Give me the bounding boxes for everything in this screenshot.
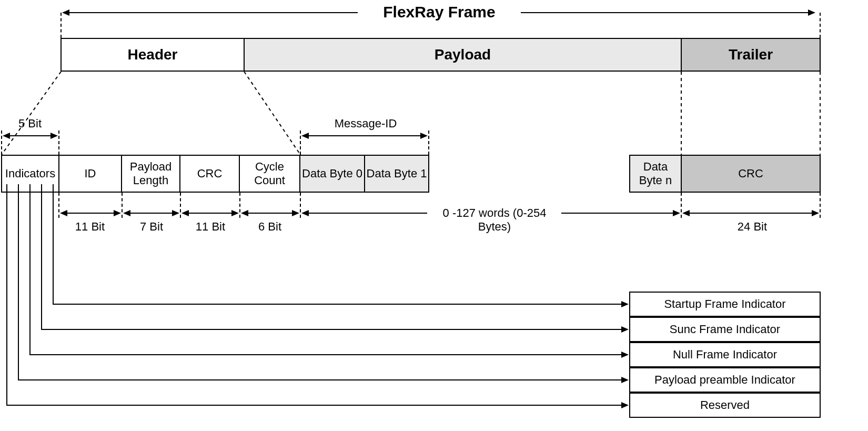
dash-vertical xyxy=(820,193,821,218)
hline xyxy=(9,135,52,136)
field-crc: CRC xyxy=(179,155,240,193)
tick xyxy=(53,184,54,193)
label: CRC xyxy=(738,167,763,181)
callout-v xyxy=(6,193,7,405)
label: Data Byte 0 xyxy=(302,167,362,181)
callout-v xyxy=(53,193,54,304)
indicator-box-preamble: Payload preamble Indicator xyxy=(629,367,821,393)
field-data-byte-n: Data Byte n xyxy=(629,155,682,193)
label: Payload preamble Indicator xyxy=(654,373,795,387)
arrow-right xyxy=(621,402,629,408)
arrow-left xyxy=(60,210,67,216)
arrow-right xyxy=(673,210,680,216)
arrow-left xyxy=(682,210,690,216)
label: Data Byte n xyxy=(630,160,681,187)
field-payload-length: Payload Length xyxy=(121,155,180,193)
indicator-box-startup: Startup Frame Indicator xyxy=(629,292,821,317)
hline xyxy=(521,12,808,13)
callout-v xyxy=(29,193,31,355)
tick xyxy=(41,184,42,193)
dash-vertical xyxy=(239,193,240,218)
tick xyxy=(29,184,31,193)
indicator-box-sync: Sunc Frame Indicator xyxy=(629,317,821,342)
frame-header: Header xyxy=(60,38,245,72)
field-data-byte-1: Data Byte 1 xyxy=(364,155,429,193)
arrow-left xyxy=(301,210,309,216)
dash-vertical xyxy=(300,193,301,218)
arrow-right xyxy=(114,210,121,216)
diagram-root: FlexRay Frame Header Payload Trailer 5 B… xyxy=(0,0,868,431)
arrow-right xyxy=(621,326,629,333)
title: FlexRay Frame xyxy=(371,3,508,21)
indicator-box-reserved: Reserved xyxy=(629,393,821,418)
hline xyxy=(248,213,292,214)
dim-crc: 11 Bit xyxy=(187,220,234,234)
label: Header xyxy=(128,46,178,63)
callout-h xyxy=(41,329,622,330)
arrow-right xyxy=(621,352,629,358)
arrow-left xyxy=(241,210,248,216)
arrow-right xyxy=(51,133,58,139)
dim-cycle: 6 Bit xyxy=(246,220,294,234)
arrow-right xyxy=(621,301,629,307)
label: Cycle Count xyxy=(240,160,299,187)
dim-id: 11 Bit xyxy=(66,220,114,234)
frame-payload: Payload xyxy=(244,38,682,72)
dim-payload-words: 0 -127 words (0-254 Bytes) xyxy=(429,206,560,234)
arrow-right xyxy=(812,210,819,216)
hline xyxy=(189,213,232,214)
dash-vertical xyxy=(428,131,429,155)
label: Data Byte 1 xyxy=(367,167,427,181)
arrow-right xyxy=(172,210,179,216)
dash-vertical xyxy=(60,13,62,38)
dim-pl: 7 Bit xyxy=(128,220,175,234)
field-trailer-crc: CRC xyxy=(681,155,821,193)
label: Null Frame Indicator xyxy=(673,348,777,362)
callout-h xyxy=(6,405,622,406)
label: CRC xyxy=(197,167,223,181)
indicator-box-null: Null Frame Indicator xyxy=(629,342,821,367)
tick xyxy=(18,184,19,193)
tick xyxy=(6,184,7,193)
arrow-right xyxy=(621,377,629,383)
arrow-left xyxy=(181,210,189,216)
label: Indicators xyxy=(5,167,55,181)
callout-h xyxy=(18,379,622,380)
dash-vertical xyxy=(180,193,181,218)
field-id: ID xyxy=(58,155,122,193)
dim-5bit: 5 Bit xyxy=(8,117,52,131)
arrow-right xyxy=(420,133,428,139)
label: ID xyxy=(85,167,96,181)
hline xyxy=(69,12,358,13)
label: Trailer xyxy=(729,46,773,63)
svg-line-1 xyxy=(244,72,300,155)
arrow-right xyxy=(231,210,239,216)
hline xyxy=(309,213,427,214)
dash-vertical xyxy=(1,131,2,155)
field-data-byte-0: Data Byte 0 xyxy=(299,155,365,193)
dim-trailer: 24 Bit xyxy=(726,220,779,234)
dash-vertical xyxy=(300,131,301,155)
dash-vertical xyxy=(58,131,59,155)
hline xyxy=(130,213,173,214)
arrow-left xyxy=(62,9,69,16)
callout-h xyxy=(29,354,622,355)
callout-h xyxy=(53,304,622,305)
arrow-left xyxy=(123,210,130,216)
frame-trailer: Trailer xyxy=(681,38,821,72)
dash-vertical xyxy=(58,193,59,218)
label: Startup Frame Indicator xyxy=(664,297,785,311)
dash-vertical xyxy=(820,13,821,38)
arrow-right xyxy=(808,9,815,16)
arrow-right xyxy=(292,210,299,216)
label: Reserved xyxy=(700,398,750,412)
label: Payload Length xyxy=(122,160,179,187)
hline xyxy=(561,213,674,214)
callout-v xyxy=(18,193,19,380)
label: Sunc Frame Indicator xyxy=(670,323,780,336)
dash-vertical xyxy=(122,193,123,218)
arrow-left xyxy=(301,133,309,139)
hline xyxy=(309,135,422,136)
dim-message-id: Message-ID xyxy=(324,117,408,131)
label: Payload xyxy=(435,46,491,63)
